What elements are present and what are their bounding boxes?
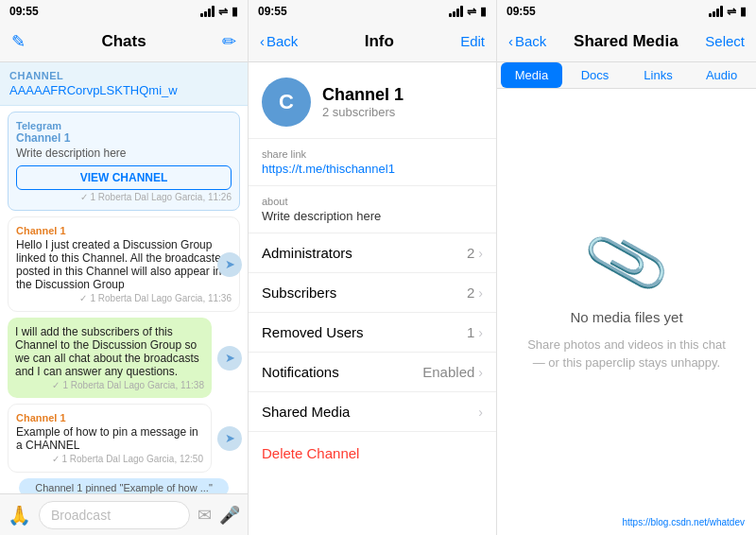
msg-sender-1: Channel 1: [16, 225, 232, 236]
battery-icon-2: ▮: [480, 5, 487, 18]
about-section: about Write description here: [249, 186, 496, 233]
administrators-label: Administrators: [262, 245, 352, 261]
msg-text-1: Hello I just created a Discussion Group …: [16, 238, 232, 291]
shared-media-row[interactable]: Shared Media ›: [249, 392, 496, 432]
avatar: C: [262, 78, 311, 127]
broadcast-placeholder: Broadcast: [51, 508, 111, 523]
notifications-row[interactable]: Notifications Enabled ›: [249, 353, 496, 392]
battery-icon-3: ▮: [740, 5, 747, 18]
message-1: Channel 1 Hello I just created a Discuss…: [0, 216, 248, 312]
media-empty-state: 📎 No media files yet Share photos and vi…: [497, 89, 756, 509]
removed-users-right: 1 ›: [467, 324, 483, 340]
send-bar: 🙏 Broadcast ✉ 🎤: [0, 493, 248, 535]
chat-list[interactable]: CHANNEL AAAAAFRCorvpLSKTHQmi_w Telegram …: [0, 62, 248, 493]
back-chevron-3: ‹: [508, 33, 513, 49]
shared-media-label: Shared Media: [262, 404, 350, 420]
share-link-value[interactable]: https://t.me/thischannel1: [262, 162, 483, 176]
status-icons-3: ⇌ ▮: [709, 5, 747, 18]
edit-button[interactable]: Edit: [460, 33, 485, 49]
administrators-count: 2: [467, 245, 474, 261]
notifications-value: Enabled: [422, 364, 474, 380]
status-bar-2: 09:55 ⇌ ▮: [249, 0, 496, 21]
msg-sender-3: Channel 1: [16, 412, 203, 423]
channel-link[interactable]: AAAAAFRCorvpLSKTHQmi_w: [9, 83, 238, 97]
chats-title: Chats: [101, 32, 146, 51]
broadcast-input[interactable]: Broadcast: [39, 501, 190, 529]
msg-text-3: Example of how to pin a message in a CHA…: [16, 425, 203, 452]
msg-meta-2: ✓ 1 Roberta Dal Lago Garcia, 11:38: [15, 380, 204, 390]
shared-media-title: Shared Media: [574, 32, 679, 51]
share-link-section: share link https://t.me/thischannel1: [249, 139, 496, 186]
time-1: 09:55: [9, 5, 39, 18]
avatar-letter: C: [279, 90, 294, 114]
about-value: Write description here: [262, 209, 483, 223]
nav-bar-3: ‹ Back Shared Media Select: [497, 21, 756, 62]
delete-channel-button[interactable]: Delete Channel: [249, 432, 496, 475]
removed-users-count: 1: [467, 324, 474, 340]
shared-media-chevron: ›: [478, 405, 483, 420]
status-icons-1: ⇌ ▮: [200, 5, 238, 18]
nav-bar-2: ‹ Back Info Edit: [249, 21, 496, 62]
notifications-label: Notifications: [262, 364, 339, 380]
info-header: C Channel 1 2 subscribers: [249, 62, 496, 139]
tab-bar: Media Docs Links Audio: [497, 62, 756, 89]
tab-media[interactable]: Media: [501, 62, 562, 88]
tab-bar-inner: Media Docs Links Audio: [501, 62, 752, 88]
subscribers-label: Subscribers: [262, 285, 336, 301]
tab-docs[interactable]: Docs: [564, 62, 626, 88]
compose-icon[interactable]: ✏: [222, 31, 236, 52]
media-empty-title: No media files yet: [570, 309, 682, 325]
view-channel-button[interactable]: VIEW CHANNEL: [16, 165, 232, 190]
channel-name: Channel 1: [322, 85, 404, 105]
select-button[interactable]: Select: [705, 33, 745, 49]
wifi-icon-2: ⇌: [467, 5, 476, 18]
msg-meta-3: ✓ 1 Roberta Dal Lago Garcia, 12:50: [16, 454, 203, 464]
administrators-right: 2 ›: [467, 245, 483, 261]
back-chevron-2: ‹: [260, 33, 265, 49]
tab-links[interactable]: Links: [627, 62, 689, 88]
signal-icon: [200, 6, 215, 17]
subscribers-count: 2: [467, 285, 474, 301]
notifications-chevron: ›: [478, 365, 483, 380]
msg-text-2: I will add the subscribers of this Chann…: [15, 325, 204, 378]
tg-title: Channel 1: [16, 131, 232, 145]
media-empty-subtitle: Share photos and videos in this chat— or…: [527, 337, 726, 371]
tab-links-label: Links: [644, 68, 672, 82]
msg-meta-1: ✓ 1 Roberta Dal Lago Garcia, 11:36: [16, 293, 232, 303]
tab-audio-label: Audio: [706, 68, 737, 82]
forward-btn-3[interactable]: ➤: [217, 426, 242, 451]
status-icons-2: ⇌ ▮: [449, 5, 487, 18]
forward-btn-1[interactable]: ➤: [217, 252, 242, 277]
tg-meta: ✓ 1 Roberta Dal Lago Garcia, 11:26: [16, 192, 232, 202]
msg-author-1: 1 Roberta Dal Lago Garcia, 11:36: [90, 293, 232, 303]
tab-docs-label: Docs: [581, 68, 610, 82]
back-button-3[interactable]: ‹ Back: [508, 33, 546, 49]
share-link-label: share link: [262, 148, 483, 160]
back-label-3: Back: [515, 33, 546, 49]
removed-users-row[interactable]: Removed Users 1 ›: [249, 313, 496, 353]
removed-users-label: Removed Users: [262, 324, 364, 340]
msg-check-1: ✓: [79, 293, 87, 303]
administrators-chevron: ›: [478, 246, 483, 261]
sticker-icon[interactable]: 🙏: [8, 504, 31, 526]
notification-icon[interactable]: ✉: [198, 505, 212, 526]
time-3: 09:55: [507, 5, 536, 18]
subscribers-row[interactable]: Subscribers 2 ›: [249, 273, 496, 313]
edit-icon[interactable]: ✎: [11, 31, 26, 52]
mic-icon[interactable]: 🎤: [219, 505, 240, 526]
back-button-2[interactable]: ‹ Back: [260, 33, 298, 49]
forward-btn-2[interactable]: ➤: [217, 346, 242, 371]
msg-author-3: ✓ 1 Roberta Dal Lago Garcia, 12:50: [52, 454, 203, 464]
channel-subscribers: 2 subscribers: [322, 105, 404, 119]
shared-media-right: ›: [478, 405, 483, 420]
back-label-2: Back: [266, 33, 298, 49]
wifi-icon-3: ⇌: [727, 5, 736, 18]
subscribers-right: 2 ›: [467, 285, 483, 301]
paperclip-icon: 📎: [579, 216, 675, 309]
battery-icon: ▮: [232, 5, 238, 18]
message-3: Channel 1 Example of how to pin a messag…: [0, 404, 248, 473]
tab-audio[interactable]: Audio: [691, 62, 752, 88]
status-bar-3: 09:55 ⇌ ▮: [497, 0, 756, 21]
tab-media-label: Media: [515, 68, 548, 82]
administrators-row[interactable]: Administrators 2 ›: [249, 233, 496, 273]
